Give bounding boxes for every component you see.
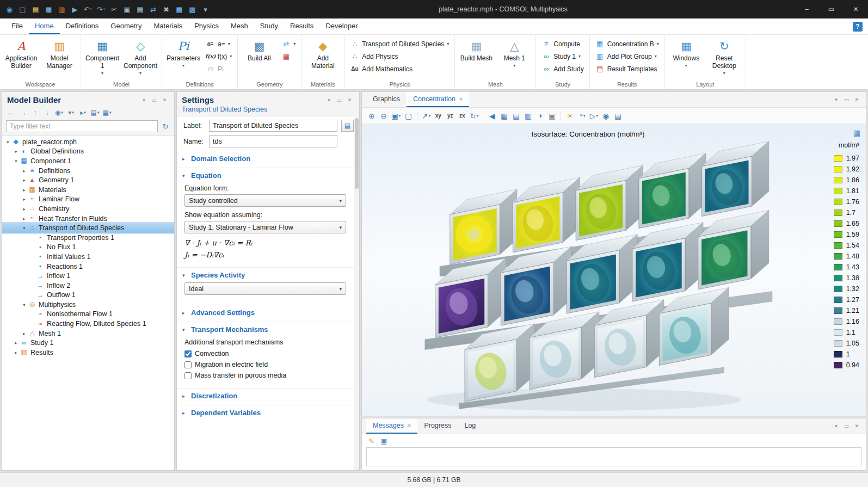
menu-physics[interactable]: Physics: [188, 19, 225, 34]
label-field-input[interactable]: [209, 120, 337, 132]
panel-float-icon[interactable]: ▭: [335, 96, 344, 104]
menu-results[interactable]: Results: [284, 19, 319, 34]
collapse-all-icon[interactable]: ▾▾: [66, 107, 76, 118]
menu-definitions[interactable]: Definitions: [60, 19, 105, 34]
tree-item-transport-of-diluted-species[interactable]: ▾∴Transport of Diluted Species: [2, 223, 174, 233]
panel-float-icon[interactable]: ▭: [842, 422, 851, 430]
close-button[interactable]: ✕: [844, 0, 868, 19]
move-up-icon[interactable]: ↑: [30, 107, 40, 118]
go-forward-icon[interactable]: →: [18, 107, 28, 118]
copy-messages-icon[interactable]: ▣: [379, 436, 389, 446]
checkbox-migration-in-electric-field[interactable]: Migration in electric field: [184, 359, 346, 370]
redo-icon[interactable]: ↷▾: [95, 3, 107, 16]
filter-input[interactable]: [6, 120, 158, 132]
delete-icon[interactable]: ✖: [160, 3, 173, 16]
menu-geometry[interactable]: Geometry: [104, 19, 147, 34]
rename-icon[interactable]: ▤: [341, 120, 354, 132]
section-header-domain-selection[interactable]: Domain Selection: [177, 151, 354, 165]
ribbon-component-1[interactable]: ▦Component 1▾: [84, 36, 121, 77]
model-manager-icon[interactable]: ▥: [56, 3, 68, 16]
ribbon-add-mathematics[interactable]: ΔuAdd Mathematics: [347, 63, 452, 75]
ribbon-add-component[interactable]: ◇Add Component▾: [122, 36, 159, 77]
reset-view-icon[interactable]: ↻▾: [469, 110, 479, 122]
section-header-advanced-settings[interactable]: Advanced Settings: [177, 305, 354, 319]
messages-tab-log[interactable]: Log: [458, 418, 482, 434]
expand-chevron-icon[interactable]: ▸: [13, 340, 20, 346]
expand-chevron-icon[interactable]: ▸: [21, 187, 28, 193]
tree-item-outflow-1[interactable]: →Outflow 1: [2, 291, 174, 300]
name-field-input[interactable]: [209, 135, 337, 147]
cut-icon[interactable]: ✂: [108, 3, 120, 16]
ribbon-pi[interactable]: PiPi: [203, 63, 235, 75]
go-to-view-icon[interactable]: ↗▾: [421, 110, 432, 122]
tree-item-nonisothermal-flow-1[interactable]: ≈Nonisothermal Flow 1: [2, 310, 174, 319]
tree-item-multiphysics[interactable]: ▾◎Multiphysics: [2, 300, 174, 310]
panel-close-icon[interactable]: ✕: [345, 96, 354, 104]
ribbon-model-manager[interactable]: ▥Model Manager: [41, 36, 78, 71]
scene-light-icon[interactable]: ☀: [564, 110, 575, 122]
node-group-icon[interactable]: ▤▾: [90, 107, 100, 118]
ribbon-compute[interactable]: =Compute: [539, 38, 586, 50]
tree-item-results[interactable]: ▸▥Results: [2, 348, 174, 357]
panel-menu-icon[interactable]: ▾: [832, 96, 841, 104]
messages-output[interactable]: [366, 447, 861, 466]
tree-item-plate-reactor-mph[interactable]: ▾◆plate_reactor.mph: [2, 137, 174, 147]
menu-study[interactable]: Study: [254, 19, 284, 34]
menu-mesh[interactable]: Mesh: [225, 19, 254, 34]
panel-float-icon[interactable]: ▭: [842, 96, 851, 104]
ribbon-add-study[interactable]: ∞Add Study: [539, 63, 586, 75]
show-equation-select[interactable]: Study 1, Stationary - Laminar Flow: [184, 221, 346, 233]
messages-tab-messages[interactable]: Messages×: [366, 418, 417, 434]
ribbon-windows[interactable]: ▦Windows▾: [668, 36, 705, 69]
animate-icon[interactable]: ▷▾: [588, 110, 599, 122]
expand-chevron-icon[interactable]: ▸: [21, 206, 28, 212]
expand-all-icon[interactable]: ▸▾: [78, 107, 88, 118]
ribbon-add-physics[interactable]: ∴Add Physics: [347, 51, 452, 62]
lock-icon[interactable]: ▣: [546, 110, 557, 122]
model-tree-settings-icon[interactable]: ▦▾: [102, 107, 112, 118]
zoom-extents-icon[interactable]: ▢: [403, 110, 414, 122]
checkbox-input[interactable]: [184, 361, 192, 368]
sound-icon[interactable]: ◀: [487, 110, 497, 122]
tree-item-heat-transfer-in-fluids[interactable]: ▸≈Heat Transfer in Fluids: [2, 214, 174, 224]
close-tab-icon[interactable]: ×: [459, 96, 463, 102]
section-header-transport-mechanisms[interactable]: Transport Mechanisms: [177, 322, 354, 336]
tree-item-reacting-flow-diluted-species-1[interactable]: ≈Reacting Flow, Diluted Species 1: [2, 319, 174, 329]
panel-menu-icon[interactable]: ▾: [139, 96, 149, 104]
ribbon-study-1[interactable]: ∞Study 1▾: [539, 51, 586, 62]
customize-toolbar-icon[interactable]: ▾: [199, 3, 212, 16]
menu-file[interactable]: File: [5, 19, 29, 34]
ribbon-add-plot-group[interactable]: ▥Add Plot Group▾: [593, 51, 662, 62]
view-xy-icon[interactable]: xy: [433, 110, 444, 122]
section-header-dependent-variables[interactable]: Dependent Variables: [177, 405, 354, 420]
panel-close-icon[interactable]: ✕: [852, 96, 861, 104]
ribbon-build-all[interactable]: ▩Build All: [241, 36, 278, 64]
ribbon-build-mesh[interactable]: ▦Build Mesh: [458, 36, 495, 64]
collapse-chevron-icon[interactable]: ▾: [21, 225, 28, 231]
panel-float-icon[interactable]: ▭: [150, 96, 159, 104]
isosurface-plot[interactable]: [365, 140, 812, 414]
expand-chevron-icon[interactable]: ▸: [21, 196, 28, 202]
section-header-species-activity[interactable]: Species Activity: [177, 267, 354, 282]
undo-icon[interactable]: ↶▾: [82, 3, 94, 16]
ribbon-application-builder[interactable]: AApplication Builder: [3, 36, 40, 71]
tree-item-geometry-1[interactable]: ▸▲Geometry 1: [2, 175, 174, 185]
table-copy-icon[interactable]: ▦: [173, 3, 186, 16]
checkbox-input[interactable]: [184, 350, 192, 357]
ribbon-a[interactable]: a=a=▾: [203, 38, 235, 50]
windows-split-icon[interactable]: ▥: [522, 110, 533, 122]
maximize-button[interactable]: ▭: [819, 0, 844, 19]
camera-icon[interactable]: ◉: [600, 110, 611, 122]
expand-chevron-icon[interactable]: ▸: [21, 168, 28, 174]
checkbox-mass-transfer-in-porous-media[interactable]: Mass transfer in porous media: [184, 370, 346, 381]
tree-item-mesh-1[interactable]: ▸△Mesh 1: [2, 329, 174, 338]
panel-menu-icon[interactable]: ▾: [832, 422, 841, 430]
tree-item-study-1[interactable]: ▸∞Study 1: [2, 338, 174, 348]
tree-item-component-1[interactable]: ▾▦Component 1: [2, 156, 174, 166]
collapse-chevron-icon[interactable]: ▾: [21, 302, 28, 307]
minimize-button[interactable]: –: [795, 0, 819, 19]
refresh-icon[interactable]: ↻: [161, 121, 170, 131]
messages-tab-progress[interactable]: Progress: [417, 418, 458, 434]
paste-icon[interactable]: ▤: [134, 3, 146, 16]
help-icon[interactable]: ?: [853, 22, 863, 32]
